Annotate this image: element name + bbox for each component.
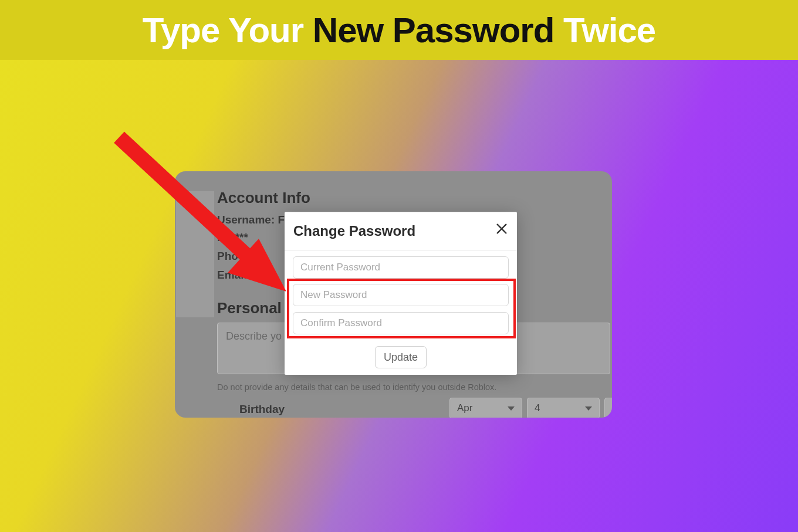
birthday-label: Birthday <box>239 403 285 416</box>
close-button[interactable] <box>493 221 510 237</box>
birthday-day-select[interactable]: 4 <box>527 398 600 418</box>
privacy-note: Do not provide any details that can be u… <box>217 382 496 392</box>
birthday-month-select[interactable]: Apr <box>449 398 522 418</box>
close-icon <box>495 222 508 235</box>
banner-part2: Twice <box>554 11 655 50</box>
birthday-day-value: 4 <box>535 402 540 414</box>
banner-emphasis: New Password <box>313 11 554 50</box>
chevron-down-icon <box>585 406 592 411</box>
birthday-month-value: Apr <box>457 402 472 414</box>
update-button[interactable]: Update <box>375 346 427 368</box>
describe-placeholder: Describe yo <box>226 330 282 342</box>
confirm-password-input[interactable] <box>293 312 509 334</box>
password-line: rd: *** <box>217 231 248 244</box>
modal-divider <box>285 250 517 250</box>
chevron-down-icon <box>508 406 515 411</box>
phone-line: Pho mbe <box>217 250 264 263</box>
username-line: Username: Fo <box>217 214 292 226</box>
change-password-modal: Change Password Update <box>285 212 517 375</box>
account-info-heading: Account Info <box>217 189 310 207</box>
email-line: Email Addr <box>217 269 276 282</box>
instruction-banner: Type Your New Password Twice <box>0 0 798 60</box>
personal-heading: Personal <box>217 299 282 317</box>
modal-title: Change Password <box>293 223 415 239</box>
sidebar-strip <box>176 191 214 317</box>
banner-title: Type Your New Password Twice <box>143 10 656 50</box>
new-password-input[interactable] <box>293 284 509 306</box>
current-password-input[interactable] <box>293 256 509 279</box>
banner-part1: Type Your <box>143 11 313 50</box>
